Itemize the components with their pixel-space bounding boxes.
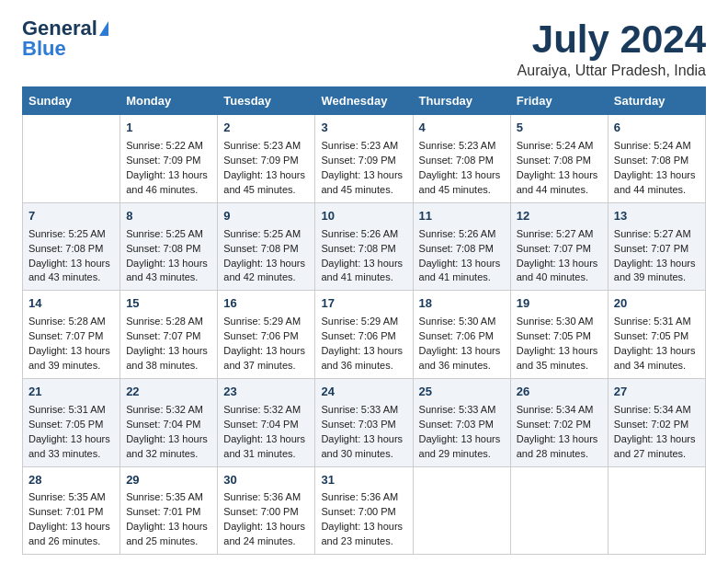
day-info-line: Sunrise: 5:35 AM (28, 490, 115, 505)
day-info-line: Sunset: 7:07 PM (614, 242, 700, 257)
day-info-line: Sunset: 7:01 PM (126, 505, 212, 520)
calendar-cell: 15Sunrise: 5:28 AMSunset: 7:07 PMDayligh… (120, 291, 218, 379)
day-info-line: Daylight: 13 hours (614, 168, 700, 183)
day-info-line: and 35 minutes. (517, 359, 603, 373)
week-row-5: 28Sunrise: 5:35 AMSunset: 7:01 PMDayligh… (23, 466, 706, 555)
day-info-line: Daylight: 13 hours (126, 432, 212, 447)
day-info-line: and 23 minutes. (321, 534, 407, 549)
day-number: 30 (223, 472, 310, 489)
day-info-line: Daylight: 13 hours (321, 344, 407, 359)
day-info-line: Sunrise: 5:32 AM (223, 403, 310, 418)
calendar-cell: 8Sunrise: 5:25 AMSunset: 7:08 PMDaylight… (120, 202, 218, 291)
day-number: 1 (126, 120, 212, 137)
day-info-line: Sunset: 7:08 PM (321, 242, 407, 257)
day-number: 16 (223, 295, 310, 313)
header-thursday: Thursday (413, 87, 510, 115)
calendar-cell: 4Sunrise: 5:23 AMSunset: 7:08 PMDaylight… (413, 115, 510, 203)
day-info-line: and 44 minutes. (614, 183, 700, 198)
header-wednesday: Wednesday (315, 87, 413, 115)
day-info-line: Sunrise: 5:23 AM (321, 139, 407, 154)
day-number: 23 (223, 384, 310, 401)
day-number: 6 (614, 120, 700, 137)
calendar-cell: 1Sunrise: 5:22 AMSunset: 7:09 PMDaylight… (120, 115, 218, 203)
day-number: 19 (517, 295, 603, 313)
day-info-line: Sunset: 7:06 PM (223, 329, 310, 344)
calendar-header-row: SundayMondayTuesdayWednesdayThursdayFrid… (23, 87, 706, 115)
day-number: 3 (321, 120, 407, 137)
day-info-line: Sunrise: 5:36 AM (223, 490, 310, 505)
day-info-line: Daylight: 13 hours (223, 432, 310, 447)
day-info-line: and 39 minutes. (614, 270, 700, 285)
day-info-line: and 43 minutes. (28, 270, 115, 285)
day-number: 21 (28, 384, 115, 401)
day-info-line: and 38 minutes. (126, 359, 212, 373)
day-number: 15 (126, 295, 212, 313)
calendar-cell: 20Sunrise: 5:31 AMSunset: 7:05 PMDayligh… (608, 291, 705, 379)
day-info-line: and 41 minutes. (321, 270, 407, 285)
day-info-line: Sunset: 7:00 PM (223, 505, 310, 520)
day-info-line: Sunrise: 5:32 AM (126, 403, 212, 418)
day-number: 12 (517, 208, 603, 225)
day-info-line: Sunset: 7:08 PM (419, 242, 506, 257)
day-info-line: Sunrise: 5:24 AM (517, 139, 603, 154)
day-info-line: Sunrise: 5:30 AM (419, 315, 506, 329)
day-info-line: Sunset: 7:05 PM (614, 329, 700, 344)
day-info-line: Sunset: 7:04 PM (223, 418, 310, 432)
day-number: 27 (614, 384, 700, 401)
day-info-line: Sunset: 7:02 PM (517, 418, 603, 432)
calendar-cell: 17Sunrise: 5:29 AMSunset: 7:06 PMDayligh… (315, 291, 413, 379)
day-info-line: Sunrise: 5:33 AM (419, 403, 506, 418)
calendar-subtitle: Auraiya, Uttar Pradesh, India (518, 63, 706, 79)
day-info-line: Daylight: 13 hours (28, 257, 115, 271)
day-info-line: Sunset: 7:06 PM (321, 329, 407, 344)
day-info-line: Daylight: 13 hours (321, 168, 407, 183)
calendar-cell: 23Sunrise: 5:32 AMSunset: 7:04 PMDayligh… (218, 378, 315, 466)
day-info-line: Daylight: 13 hours (223, 520, 310, 534)
header-saturday: Saturday (608, 87, 705, 115)
calendar-cell: 30Sunrise: 5:36 AMSunset: 7:00 PMDayligh… (218, 466, 315, 555)
day-info-line: Sunrise: 5:34 AM (614, 403, 700, 418)
day-info-line: Daylight: 13 hours (419, 257, 506, 271)
day-info-line: Sunrise: 5:26 AM (321, 227, 407, 242)
day-info-line: Daylight: 13 hours (614, 432, 700, 447)
day-info-line: Daylight: 13 hours (321, 520, 407, 534)
day-info-line: Sunrise: 5:31 AM (28, 403, 115, 418)
day-info-line: and 46 minutes. (126, 183, 212, 198)
day-info-line: Sunset: 7:09 PM (223, 154, 310, 168)
day-info-line: Daylight: 13 hours (223, 257, 310, 271)
day-info-line: Daylight: 13 hours (419, 344, 506, 359)
day-info-line: Sunset: 7:05 PM (28, 418, 115, 432)
logo-triangle-icon (99, 21, 108, 36)
calendar-cell (510, 466, 608, 555)
day-info-line: Sunset: 7:05 PM (517, 329, 603, 344)
day-info-line: Sunset: 7:08 PM (517, 154, 603, 168)
day-info-line: and 44 minutes. (517, 183, 603, 198)
day-info-line: Sunrise: 5:30 AM (517, 315, 603, 329)
day-number: 13 (614, 208, 700, 225)
day-info-line: Sunrise: 5:29 AM (223, 315, 310, 329)
day-info-line: Sunset: 7:08 PM (28, 242, 115, 257)
day-info-line: Daylight: 13 hours (223, 344, 310, 359)
day-info-line: Sunset: 7:09 PM (321, 154, 407, 168)
calendar-cell: 11Sunrise: 5:26 AMSunset: 7:08 PMDayligh… (413, 202, 510, 291)
day-info-line: and 45 minutes. (419, 183, 506, 198)
day-number: 4 (419, 120, 506, 137)
calendar-cell: 19Sunrise: 5:30 AMSunset: 7:05 PMDayligh… (510, 291, 608, 379)
day-info-line: Sunrise: 5:34 AM (517, 403, 603, 418)
day-info-line: Sunrise: 5:27 AM (614, 227, 700, 242)
day-info-line: and 41 minutes. (419, 270, 506, 285)
day-info-line: Sunset: 7:09 PM (126, 154, 212, 168)
day-info-line: Daylight: 13 hours (28, 520, 115, 534)
day-number: 7 (28, 208, 115, 225)
week-row-3: 14Sunrise: 5:28 AMSunset: 7:07 PMDayligh… (23, 291, 706, 379)
calendar-cell (413, 466, 510, 555)
day-info-line: and 27 minutes. (614, 447, 700, 462)
day-info-line: Sunrise: 5:23 AM (419, 139, 506, 154)
day-number: 17 (321, 295, 407, 313)
day-number: 9 (223, 208, 310, 225)
day-info-line: Daylight: 13 hours (126, 257, 212, 271)
day-number: 29 (126, 472, 212, 489)
day-number: 2 (223, 120, 310, 137)
day-info-line: Sunset: 7:02 PM (614, 418, 700, 432)
calendar-cell: 10Sunrise: 5:26 AMSunset: 7:08 PMDayligh… (315, 202, 413, 291)
